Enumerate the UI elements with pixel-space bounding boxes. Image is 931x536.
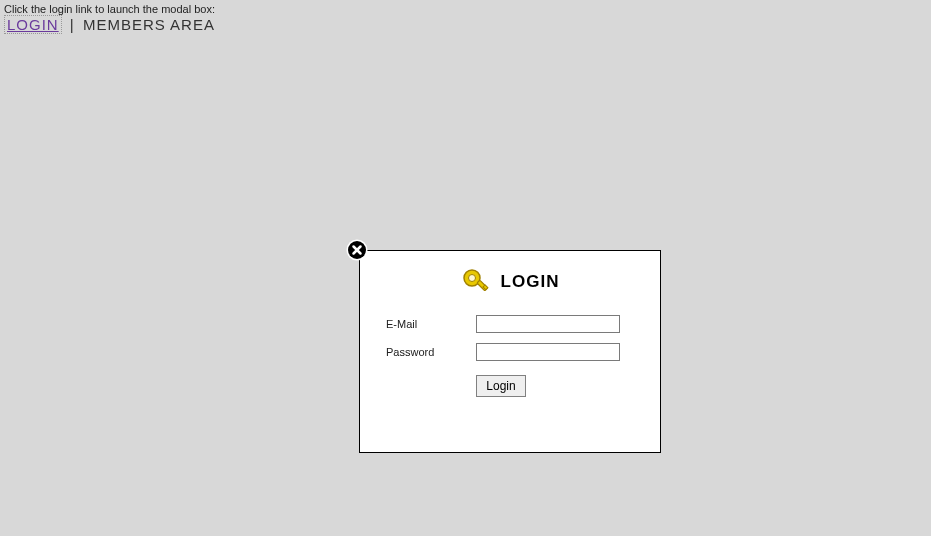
nav-separator: | xyxy=(70,16,75,33)
password-field[interactable] xyxy=(476,343,620,361)
key-icon xyxy=(461,267,491,297)
login-modal: LOGIN E-Mail Password Login xyxy=(359,250,661,453)
svg-point-5 xyxy=(468,275,475,282)
modal-title: LOGIN xyxy=(501,272,560,292)
email-label: E-Mail xyxy=(386,318,476,330)
close-icon[interactable] xyxy=(346,239,368,261)
instruction-text: Click the login link to launch the modal… xyxy=(0,0,931,15)
modal-overlay: LOGIN E-Mail Password Login xyxy=(0,0,931,536)
nav-bar: LOGIN | MEMBERS AREA xyxy=(0,15,931,34)
login-button[interactable]: Login xyxy=(476,375,526,397)
login-link[interactable]: LOGIN xyxy=(4,15,62,34)
members-area-link[interactable]: MEMBERS AREA xyxy=(83,16,215,33)
modal-header: LOGIN xyxy=(360,251,660,309)
password-label: Password xyxy=(386,346,476,358)
email-field[interactable] xyxy=(476,315,620,333)
login-form: E-Mail Password Login xyxy=(386,315,660,397)
